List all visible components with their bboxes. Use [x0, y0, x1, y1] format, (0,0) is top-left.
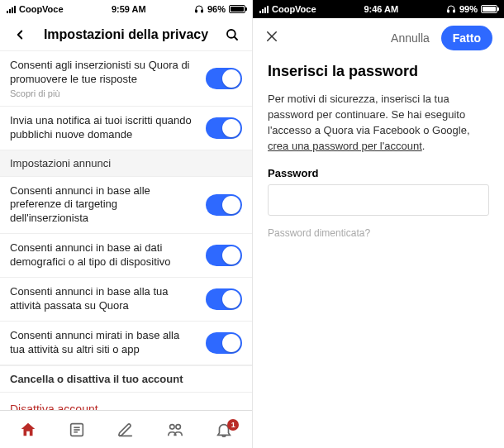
signal-icon	[259, 5, 269, 13]
carrier-label: CoopVoce	[272, 4, 316, 14]
modal-header: Annulla Fatto	[253, 18, 504, 58]
battery-percent: 96%	[207, 4, 226, 14]
svg-rect-11	[447, 10, 449, 12]
status-bar: CoopVoce 9:59 AM 96%	[0, 0, 252, 18]
cancel-button[interactable]: Annulla	[391, 31, 430, 45]
section-ads-settings: Impostazioni annunci	[0, 150, 252, 177]
svg-line-3	[234, 36, 237, 40]
headphone-icon	[194, 4, 204, 14]
toggle-ads-demographic[interactable]	[206, 245, 242, 266]
settings-list: Consenti agli inserzionisti su Quora di …	[0, 51, 252, 410]
tab-following[interactable]	[60, 421, 93, 439]
tab-home[interactable]	[12, 421, 45, 439]
row-ads-targeting: Consenti annunci in base alle preferenze…	[0, 177, 252, 235]
tab-notifications[interactable]: 1	[207, 421, 240, 439]
svg-point-10	[176, 424, 181, 429]
svg-rect-1	[201, 10, 202, 12]
row-notify-subscribers: Invia una notifica ai tuoi iscritti quan…	[0, 107, 252, 150]
row-ads-offsite: Consenti annunci mirati in base alla tua…	[0, 322, 252, 365]
back-button[interactable]	[10, 27, 30, 42]
notification-badge: 1	[227, 419, 239, 431]
row-ads-demographic: Consenti annunci in base ai dati demogra…	[0, 234, 252, 278]
battery-percent: 99%	[459, 4, 478, 14]
modal-description: Per motivi di sicurezza, inserisci la tu…	[268, 92, 489, 154]
row-label: Consenti annunci in base ai dati demogra…	[10, 241, 196, 269]
tab-bar: 1	[0, 410, 252, 448]
row-label: Consenti agli inserzionisti su Quora di …	[10, 59, 196, 87]
row-label: Invia una notifica ai tuoi iscritti quan…	[10, 114, 196, 142]
status-time: 9:46 AM	[364, 4, 398, 14]
toggle-ads-activity[interactable]	[206, 288, 242, 310]
carrier-label: CoopVoce	[19, 4, 64, 14]
search-button[interactable]	[222, 27, 242, 42]
modal-title: Inserisci la password	[268, 63, 489, 80]
tab-answer[interactable]	[109, 421, 142, 439]
close-button[interactable]	[264, 29, 279, 47]
headphone-icon	[446, 4, 456, 14]
phone-password-modal: CoopVoce 9:46 AM 99% Annulla Fatto Inser…	[252, 0, 504, 448]
learn-more-link[interactable]: Scopri di più	[10, 88, 196, 98]
deactivate-account-link[interactable]: Disattiva account	[0, 393, 252, 410]
row-label: Consenti annunci in base alle preferenze…	[10, 184, 196, 226]
row-label: Consenti annunci mirati in base alla tua…	[10, 329, 196, 357]
done-button[interactable]: Fatto	[441, 26, 492, 50]
modal-body: Inserisci la password Per motivi di sicu…	[253, 58, 504, 244]
tab-spaces[interactable]	[159, 421, 192, 439]
battery-icon	[481, 5, 497, 13]
create-password-link[interactable]: crea una password per l'account	[268, 140, 422, 152]
password-input[interactable]	[268, 184, 489, 216]
forgot-password-link[interactable]: Password dimenticata?	[268, 227, 489, 239]
page-title: Impostazioni della privacy	[30, 27, 222, 42]
signal-icon	[7, 5, 16, 13]
toggle-ads-targeting[interactable]	[206, 194, 242, 216]
row-ads-promote: Consenti agli inserzionisti su Quora di …	[0, 51, 252, 107]
row-ads-activity: Consenti annunci in base alla tua attivi…	[0, 278, 252, 322]
status-bar: CoopVoce 9:46 AM 99%	[253, 0, 504, 18]
row-label: Consenti annunci in base alla tua attivi…	[10, 285, 196, 313]
section-account: Cancella o disattiva il tuo account	[0, 365, 252, 393]
svg-rect-0	[195, 10, 197, 12]
status-time: 9:59 AM	[112, 4, 146, 14]
toggle-ads-promote[interactable]	[206, 68, 242, 89]
phone-privacy-settings: CoopVoce 9:59 AM 96% Impostazioni della …	[0, 0, 252, 448]
svg-rect-12	[453, 10, 454, 12]
svg-point-9	[169, 424, 174, 429]
toggle-notify-subscribers[interactable]	[206, 117, 242, 139]
password-label: Password	[268, 167, 489, 179]
battery-icon	[229, 5, 245, 13]
nav-header: Impostazioni della privacy	[0, 18, 252, 51]
toggle-ads-offsite[interactable]	[206, 332, 242, 354]
modal-desc-text: Per motivi di sicurezza, inserisci la tu…	[268, 93, 470, 136]
